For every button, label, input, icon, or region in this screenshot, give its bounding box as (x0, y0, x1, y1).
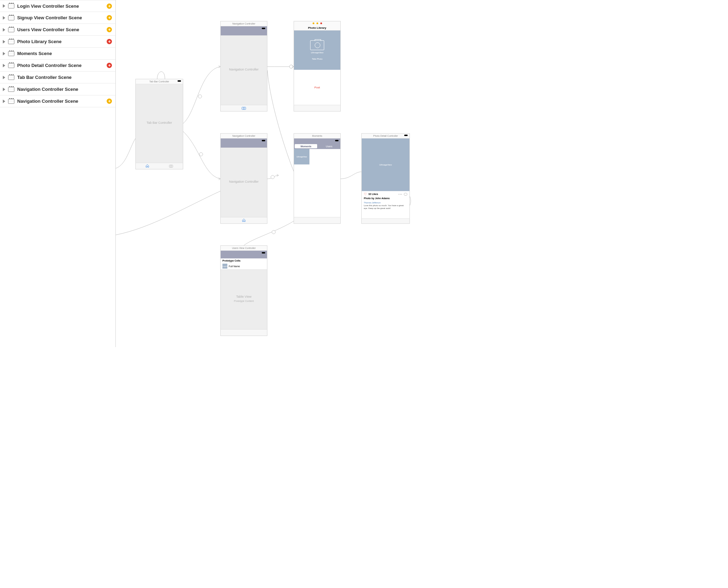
more-icon[interactable]: ••• (399, 192, 402, 196)
scene-label: Navigation Controller Scene (17, 87, 112, 92)
scene-label: Photo Detail Controller Scene (17, 63, 107, 68)
svg-point-4 (272, 230, 275, 234)
viewcontroller-icon (8, 27, 14, 32)
scene-label: Users View Controller Scene (17, 27, 107, 32)
statusbar-icon (335, 140, 339, 141)
camera-icon (310, 40, 324, 50)
segment-moments[interactable]: Moments (295, 144, 317, 148)
image-placeholder[interactable]: UIImageView Take Photo (294, 31, 340, 70)
node-title: Navigation Controller (221, 21, 267, 26)
disclosure-triangle-icon[interactable] (3, 40, 5, 43)
tabbar (136, 163, 183, 169)
node-title: Tab Bar Controller (136, 79, 183, 84)
likes-row: ♡ 32 Likes ••• (362, 191, 409, 197)
viewcontroller-icon (8, 39, 14, 44)
warning-badge-icon[interactable] (107, 4, 112, 9)
svg-point-6 (170, 165, 172, 167)
node-title: Users View Controller (221, 246, 267, 251)
scene-row[interactable]: Photo Detail Controller Scene (0, 60, 115, 72)
disclosure-triangle-icon[interactable] (3, 28, 5, 32)
placeholder-label: Navigation Controller (221, 68, 267, 71)
traffic-lights (294, 21, 340, 26)
navbar-title: Photo Library (294, 26, 340, 31)
nav-controller-node[interactable]: Navigation Controller Navigation Control… (220, 133, 267, 224)
photo-caption: Photo by John Adams (362, 197, 409, 200)
node-title: Navigation Controller (221, 134, 267, 138)
navbar (221, 26, 267, 35)
warning-badge-icon[interactable] (107, 27, 112, 32)
scene-label: Signup View Controller Scene (17, 15, 107, 20)
camera-tab-icon[interactable] (169, 163, 173, 169)
viewcontroller-icon (8, 75, 14, 80)
node-title: Photo Detail Controller (362, 134, 409, 138)
warning-badge-icon[interactable] (107, 15, 112, 20)
viewcontroller-icon (8, 51, 14, 56)
scene-row[interactable]: Photo Library Scene (0, 36, 115, 48)
scene-row[interactable]: Tab Bar Controller Scene (0, 72, 115, 83)
viewcontroller-icon (8, 99, 14, 104)
comment-author[interactable]: Thomas Jefferson (362, 200, 409, 204)
navbar (221, 251, 267, 258)
home-tab-icon[interactable] (242, 218, 246, 223)
scene-row[interactable]: Signup View Controller Scene (0, 12, 115, 24)
prototype-header: Prototype Cells (221, 258, 267, 263)
photo-library-node[interactable]: Photo Library UIImageView Take Photo Pos… (294, 21, 341, 111)
tabbar (294, 105, 340, 111)
disclosure-triangle-icon[interactable] (3, 52, 5, 55)
comment-icon[interactable] (404, 193, 407, 196)
statusbar-icon (262, 252, 265, 254)
storyboard-canvas[interactable]: Tab Bar Controller Tab Bar Controller Na… (116, 0, 430, 347)
moments-node[interactable]: Moments Moments Users UIImageView (294, 133, 341, 224)
svg-point-3 (271, 175, 274, 179)
navbar (294, 138, 340, 143)
viewcontroller-icon (8, 63, 14, 68)
statusbar-icon (178, 80, 181, 82)
scene-row[interactable]: Navigation Controller Scene (0, 83, 115, 95)
scene-row[interactable]: Login View Controller Scene (0, 0, 115, 12)
disclosure-triangle-icon[interactable] (3, 4, 5, 8)
error-badge-icon[interactable] (107, 63, 112, 68)
tabbar (221, 217, 267, 223)
tableview-label: Table View (221, 295, 267, 298)
segmented-control[interactable]: Moments Users (294, 143, 340, 149)
heart-icon[interactable]: ♡ (364, 192, 367, 196)
home-tab-icon[interactable] (146, 163, 149, 169)
camera-tab-icon[interactable] (242, 106, 246, 111)
disclosure-triangle-icon[interactable] (3, 16, 5, 20)
likes-count: 32 Likes (368, 193, 397, 195)
scene-outline-sidebar: Login View Controller Scene Signup View … (0, 0, 116, 347)
scene-label: Photo Library Scene (17, 39, 107, 44)
tabbar (362, 218, 409, 223)
tabbar (221, 329, 267, 336)
node-title: Moments (294, 134, 340, 138)
placeholder-label: Tab Bar Controller (136, 121, 183, 124)
table-row[interactable]: UIImageView Full Name (221, 263, 267, 270)
tabbar (294, 217, 340, 223)
svg-point-8 (243, 108, 245, 109)
disclosure-triangle-icon[interactable] (3, 64, 5, 67)
viewcontroller-icon (8, 4, 14, 8)
post-button[interactable]: Post (314, 86, 320, 89)
segment-users[interactable]: Users (318, 143, 340, 149)
statusbar-icon (262, 140, 265, 141)
scene-row[interactable]: Users View Controller Scene (0, 24, 115, 36)
error-badge-icon[interactable] (107, 39, 112, 44)
imageview-label: UIImageView (311, 52, 323, 54)
viewcontroller-icon (8, 87, 14, 92)
disclosure-triangle-icon[interactable] (3, 100, 5, 103)
disclosure-triangle-icon[interactable] (3, 88, 5, 91)
detail-imageview[interactable]: UIImageView (362, 138, 409, 191)
take-photo-label: Take Photo (312, 58, 322, 60)
users-view-controller-node[interactable]: Users View Controller Prototype Cells UI… (220, 245, 267, 336)
svg-point-0 (198, 95, 202, 98)
scene-row[interactable]: Moments Scene (0, 48, 115, 60)
nav-controller-node[interactable]: Navigation Controller Navigation Control… (220, 21, 267, 111)
thumbnail-imageview[interactable]: UIImageView (294, 149, 309, 164)
svg-point-1 (199, 153, 203, 156)
disclosure-triangle-icon[interactable] (3, 76, 5, 79)
scene-row[interactable]: Navigation Controller Scene (0, 95, 115, 107)
photo-detail-node[interactable]: Photo Detail Controller UIImageView ♡ 32… (361, 133, 410, 224)
tabbar-controller-node[interactable]: Tab Bar Controller Tab Bar Controller (135, 79, 183, 169)
scene-label: Tab Bar Controller Scene (17, 75, 112, 80)
warning-badge-icon[interactable] (107, 99, 112, 104)
